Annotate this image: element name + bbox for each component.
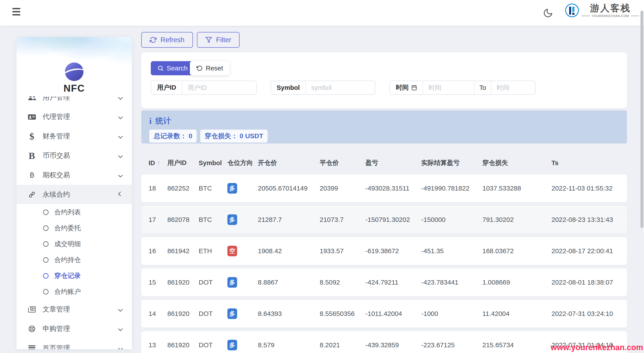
search-button[interactable]: Search [151, 61, 194, 75]
cell-open_price: 20505.67014149 [258, 184, 320, 192]
sidebar-item-agents[interactable]: 代理管理 [16, 107, 132, 126]
chevron-left-icon [118, 326, 123, 331]
cell-liq_loss: 1.008669 [482, 278, 552, 286]
cell-open_price: 1908.42 [258, 247, 320, 255]
statistics-badges: 总记录数： 0穿仓损失： 0 USDT [149, 130, 619, 142]
table-row: 16861942ETH空1908.421933.57-619.38672-451… [141, 237, 627, 265]
sidebar-subitem-contract-accounts[interactable]: 合约账户 [16, 284, 132, 300]
undo-icon [196, 65, 203, 71]
sidebar-subitem-contract-orders[interactable]: 合约委托 [16, 220, 132, 236]
column-header-profit: 盈亏 [366, 158, 421, 167]
direction-badge: 多 [228, 340, 237, 350]
sidebar-subitem-contract-list[interactable]: 合约列表 [16, 204, 132, 220]
cell-open_price: 8.579 [258, 341, 320, 349]
chevron-down-icon [118, 192, 123, 196]
cell-close_price: 8.5092 [320, 278, 366, 286]
list-bars-icon [27, 344, 37, 350]
sidebar-subitem-label: 合约委托 [54, 224, 81, 233]
cell-liq_loss: 11.42004 [482, 310, 552, 318]
cell-user_id: 862078 [167, 216, 199, 224]
sidebar-item-finance[interactable]: $财务管理 [16, 126, 132, 146]
sidebar-item-options-trade[interactable]: 期权交易 [16, 165, 132, 185]
dollar-icon: $ [27, 132, 37, 141]
direction-badge: 多 [228, 308, 237, 319]
cell-liq_loss: 215.65734 [482, 341, 552, 349]
cell-user_id: 861920 [167, 278, 199, 286]
cell-ts: 2022-08-23 13:31:43 [552, 216, 627, 224]
direction-badge: 空 [228, 246, 237, 256]
brand-domain: YOURENKEZHAN.COM [582, 14, 639, 18]
dark-mode-toggle[interactable] [543, 8, 553, 18]
sidebar-item-label: 文章管理 [42, 305, 119, 314]
table-row: 14861920DOT多8.643938.55650356-1011.42004… [141, 300, 627, 328]
screen: 游人客栈 YOURENKEZHAN.COM NFC 用户管理代理管理$财务管理B… [0, 0, 644, 353]
sidebar-item-label: 永续合约 [42, 190, 119, 199]
filter-label: Filter [216, 36, 231, 44]
cell-settle_profit: -423.783441 [421, 278, 482, 286]
refresh-button[interactable]: Refresh [141, 32, 193, 48]
time-from-input[interactable] [423, 81, 474, 94]
sidebar-item-label: 财务管理 [42, 132, 119, 141]
chevron-left-icon [118, 173, 123, 177]
reset-button[interactable]: Reset [190, 61, 230, 75]
cell-symbol: DOT [199, 310, 228, 318]
sidebar-item-label: 币币交易 [42, 151, 119, 160]
filter-button[interactable]: Filter [197, 32, 240, 48]
sidebar-subitem-contract-positions[interactable]: 合约持仓 [16, 252, 132, 268]
cell-profit: -424.79211 [366, 278, 421, 286]
time-field-label: 时间 [390, 81, 423, 94]
column-header-id[interactable]: ID↑ [148, 160, 167, 167]
cell-close_price: 8.2021 [320, 341, 366, 349]
cell-profit: -493028.31511 [366, 184, 421, 192]
cell-settle_profit: -150000 [421, 216, 482, 224]
sidebar-item-spot-trade[interactable]: B币币交易 [16, 146, 132, 165]
cell-settle_profit: -491990.781822 [421, 184, 482, 192]
chevron-left-icon [118, 134, 123, 138]
sidebar-item-perpetual[interactable]: 永续合约 [16, 185, 132, 204]
cell-direction: 多 [228, 214, 258, 225]
cell-open_price: 8.64393 [258, 310, 320, 318]
sidebar-item-articles[interactable]: 文章管理 [16, 300, 132, 319]
chevron-left-icon [118, 307, 123, 312]
sidebar-item-label: 首页管理 [42, 344, 119, 349]
cell-open_price: 21287.7 [258, 216, 320, 224]
cell-direction: 多 [228, 183, 258, 194]
circle-icon [43, 289, 48, 294]
table-header: ID↑用户IDSymbol仓位方向开仓价平仓价盈亏实际结算盈亏穿仓损失Ts [141, 152, 627, 174]
cell-direction: 多 [228, 277, 258, 288]
cell-user_id: 862252 [167, 184, 199, 192]
hamburger-icon [12, 8, 20, 9]
time-to-input[interactable] [492, 81, 535, 94]
user-id-input[interactable] [182, 81, 256, 94]
newspaper-icon [27, 306, 37, 313]
watermark: www.yourenkezhan.com [550, 343, 643, 352]
brand-name: 游人客栈 [590, 3, 630, 13]
sidebar: NFC 用户管理代理管理$财务管理B币币交易期权交易永续合约合约列表合约委托成交… [16, 37, 132, 349]
sidebar-item-label: 期权交易 [42, 170, 119, 180]
search-label: Search [167, 64, 188, 72]
brand-logo: 游人客栈 YOURENKEZHAN.COM [565, 3, 639, 18]
cell-open_price: 8.8867 [258, 278, 320, 286]
symbol-input[interactable] [306, 81, 375, 94]
topbar: 游人客栈 YOURENKEZHAN.COM [0, 0, 644, 26]
cell-profit: -1011.42004 [366, 310, 421, 318]
sidebar-subitem-liquidation-records[interactable]: 穿仓记录 [16, 268, 132, 284]
direction-badge: 多 [228, 183, 237, 194]
calendar-icon [411, 85, 417, 90]
cell-settle_profit: -1000 [421, 310, 482, 318]
cell-close_price: 21073.7 [320, 216, 366, 224]
sidebar-toggle-button[interactable] [12, 8, 21, 16]
sidebar-item-subscription[interactable]: 申购管理 [16, 319, 132, 338]
cell-ts: 2022-08-17 22:00:41 [552, 247, 627, 255]
cell-profit: -439.32859 [366, 341, 421, 349]
circle-icon [43, 241, 48, 247]
scrollbar-thumb[interactable] [640, 10, 643, 228]
user-id-field-group: 用户ID [151, 80, 257, 95]
cell-profit: -619.38672 [366, 247, 421, 255]
sidebar-subitem-trade-details[interactable]: 成交明细 [16, 236, 132, 252]
sidebar-item-homepage[interactable]: 首页管理 [16, 338, 132, 349]
cell-settle_profit: -451.35 [421, 247, 482, 255]
sidebar-subitem-label: 合约列表 [54, 208, 81, 217]
cell-symbol: DOT [199, 278, 228, 286]
sidebar-item-label: 代理管理 [42, 112, 119, 122]
